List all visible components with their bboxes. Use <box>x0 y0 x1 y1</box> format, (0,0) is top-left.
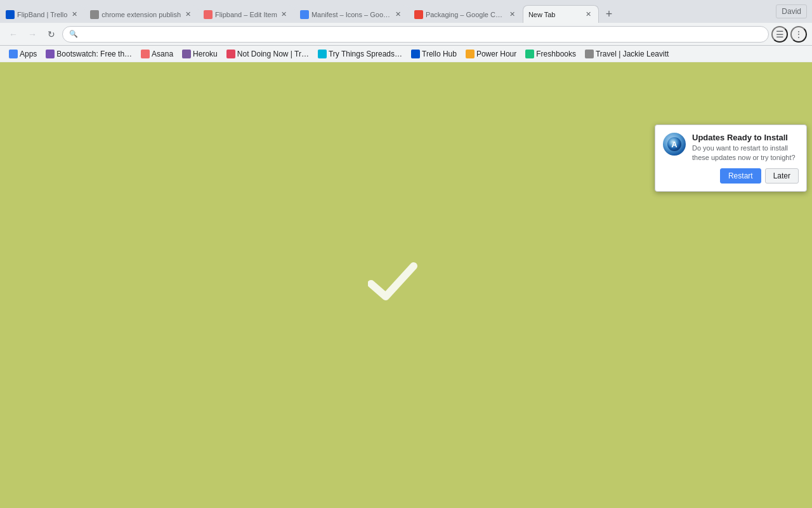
new-tab-button[interactable]: + <box>600 5 618 23</box>
back-button[interactable]: ← <box>5 26 22 43</box>
later-button[interactable]: Later <box>765 168 799 184</box>
tab-title-ext: chrome extension publish <box>102 11 181 18</box>
svg-text:A: A <box>671 140 678 149</box>
bookmark-label-trythings: Try Things Spreads… <box>329 50 402 58</box>
bookmark-heroku[interactable]: Heroku <box>178 47 221 61</box>
update-popup-header: A Updates Ready to Install Do you want t… <box>663 133 799 163</box>
bookmark-label-trellohub: Trello Hub <box>422 50 457 58</box>
tab-close-trello[interactable]: ✕ <box>70 10 79 19</box>
tab-newtab[interactable]: New Tab ✕ <box>523 5 599 23</box>
bookmark-favicon-powerhour <box>466 50 475 58</box>
tab-ext[interactable]: chrome extension publish ✕ <box>84 5 198 23</box>
bookmark-notdoing[interactable]: Not Doing Now | Tr… <box>223 47 313 61</box>
update-icon: A <box>663 133 686 156</box>
tab-favicon-packaging <box>414 10 423 19</box>
update-text-block: Updates Ready to Install Do you want to … <box>692 133 799 163</box>
bookmark-label-asana: Asana <box>152 50 173 58</box>
bookmark-label-freshbooks: Freshbooks <box>536 50 576 58</box>
address-bar[interactable]: 🔍 <box>62 26 769 43</box>
bookmark-favicon-heroku <box>182 50 191 58</box>
browser-frame: FlipBand | Trello ✕ chrome extension pub… <box>0 0 812 508</box>
bookmark-trellohub[interactable]: Trello Hub <box>407 47 461 61</box>
extensions-button[interactable]: ☰ <box>771 26 788 43</box>
update-popup: A Updates Ready to Install Do you want t… <box>655 124 807 192</box>
bookmark-powerhour[interactable]: Power Hour <box>462 47 520 61</box>
bookmark-favicon-travel <box>585 50 594 58</box>
tab-title-manifest: Manifest – Icons – Google… <box>311 11 391 18</box>
bookmark-label-heroku: Heroku <box>193 50 218 58</box>
tab-close-ext[interactable]: ✕ <box>183 10 192 19</box>
checkmark-container <box>368 260 419 306</box>
tab-flipband-edit[interactable]: Flipband – Edit Item ✕ <box>198 5 294 23</box>
tab-favicon-trello <box>6 10 15 19</box>
bookmark-label-notdoing: Not Doing Now | Tr… <box>237 50 309 58</box>
bookmark-bootswatch[interactable]: Bootswatch: Free th… <box>42 47 136 61</box>
tab-favicon-flipband <box>204 10 213 19</box>
tab-close-manifest[interactable]: ✕ <box>394 10 403 19</box>
update-description: Do you want to restart to install these … <box>692 144 799 163</box>
bookmark-favicon-trellohub <box>411 50 420 58</box>
bookmark-asana[interactable]: Asana <box>137 47 177 61</box>
tab-favicon-manifest <box>300 10 309 19</box>
update-buttons: Restart Later <box>663 168 799 184</box>
tab-title-trello: FlipBand | Trello <box>17 11 67 18</box>
tab-title-flipband: Flipband – Edit Item <box>215 11 277 18</box>
apple-update-icon: A <box>667 137 682 152</box>
forward-button[interactable]: → <box>24 26 41 43</box>
bookmark-trythings[interactable]: Try Things Spreads… <box>314 47 406 61</box>
bookmark-favicon-notdoing <box>226 50 235 58</box>
bookmark-apps[interactable]: Apps <box>5 47 41 61</box>
checkmark-icon <box>368 260 419 304</box>
content-area: A Updates Ready to Install Do you want t… <box>0 62 812 508</box>
bookmark-label-apps: Apps <box>20 50 37 58</box>
tab-favicon-ext <box>90 10 99 19</box>
bookmark-favicon-freshbooks <box>525 50 534 58</box>
search-icon: 🔍 <box>69 30 78 38</box>
bookmark-label-travel: Travel | Jackie Leavitt <box>596 50 669 58</box>
tab-close-newtab[interactable]: ✕ <box>584 10 593 19</box>
nav-bar: ← → ↻ 🔍 ☰ ⋮ <box>0 23 812 46</box>
tab-trello[interactable]: FlipBand | Trello ✕ <box>0 5 84 23</box>
tab-packaging[interactable]: Packaging – Google Chro… ✕ <box>409 5 523 23</box>
bookmark-freshbooks[interactable]: Freshbooks <box>521 47 580 61</box>
bookmarks-bar: Apps Bootswatch: Free th… Asana Heroku N… <box>0 46 812 62</box>
bookmark-favicon-apps <box>9 50 18 58</box>
bookmark-label-bootswatch: Bootswatch: Free th… <box>56 50 132 58</box>
bookmark-favicon-trythings <box>318 50 327 58</box>
bookmark-travel[interactable]: Travel | Jackie Leavitt <box>581 47 672 61</box>
bookmark-favicon-bootswatch <box>46 50 55 58</box>
tab-close-packaging[interactable]: ✕ <box>508 10 517 19</box>
tab-manifest[interactable]: Manifest – Icons – Google… ✕ <box>294 5 409 23</box>
tab-title-packaging: Packaging – Google Chro… <box>426 11 506 18</box>
profile-button[interactable]: David <box>776 4 807 18</box>
update-title: Updates Ready to Install <box>692 133 799 142</box>
bookmark-favicon-asana <box>141 50 150 58</box>
menu-button[interactable]: ⋮ <box>790 26 807 43</box>
restart-button[interactable]: Restart <box>720 168 761 184</box>
reload-button[interactable]: ↻ <box>43 26 60 43</box>
bookmark-label-powerhour: Power Hour <box>476 50 516 58</box>
tab-close-flipband[interactable]: ✕ <box>280 10 289 19</box>
tab-title-newtab: New Tab <box>528 11 582 18</box>
tab-bar: FlipBand | Trello ✕ chrome extension pub… <box>0 0 812 23</box>
